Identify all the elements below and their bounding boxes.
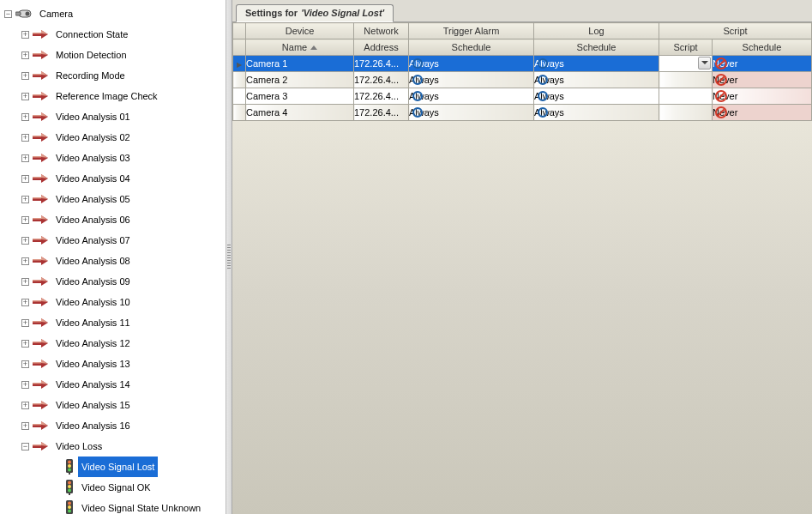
collapse-icon[interactable]: − (4, 10, 12, 18)
svg-point-90 (68, 469, 71, 472)
expand-icon[interactable]: + (21, 93, 29, 100)
cell-name[interactable]: Camera 1 (246, 56, 354, 72)
tree-item[interactable]: +Video Analysis 07 (21, 230, 226, 251)
cell-script-schedule[interactable]: Never (713, 56, 812, 72)
tree-item-signal-unknown[interactable]: Video Signal State Unknown (54, 498, 226, 514)
row-header[interactable] (233, 56, 246, 72)
traffic-light-icon (65, 459, 74, 475)
tree-item[interactable]: +Video Analysis 09 (21, 271, 226, 292)
tree-item[interactable]: +Video Analysis 14 (21, 374, 226, 395)
svg-point-2 (26, 11, 30, 15)
cell-name[interactable]: Camera 4 (246, 105, 354, 121)
expand-icon[interactable]: + (21, 340, 29, 348)
expand-icon[interactable]: + (21, 422, 29, 430)
expand-icon[interactable]: + (21, 216, 29, 224)
table-row[interactable]: Camera 3172.26.4...AlwaysAlwaysNever (233, 88, 812, 105)
col-trigger-schedule[interactable]: Schedule (409, 39, 534, 56)
tree-root-camera[interactable]: − Camera (4, 3, 226, 24)
cell-script[interactable] (659, 105, 713, 121)
tree-item[interactable]: +Video Analysis 16 (21, 415, 226, 436)
cell-trigger-schedule[interactable]: Always (409, 56, 534, 72)
expand-icon[interactable]: + (21, 299, 29, 306)
expand-icon[interactable]: + (21, 72, 29, 80)
row-header[interactable] (233, 105, 246, 121)
tree-item[interactable]: +Video Analysis 12 (21, 333, 226, 354)
row-header[interactable] (233, 88, 246, 105)
row-header[interactable] (233, 72, 246, 88)
tree-item-video-loss[interactable]: −Video Loss (21, 436, 226, 457)
tree-item[interactable]: +Reference Image Check (21, 86, 226, 106)
cell-trigger-schedule[interactable]: Always (409, 88, 534, 105)
cell-trigger-schedule[interactable]: Always (409, 72, 534, 88)
tree-item[interactable]: +Video Analysis 04 (21, 168, 226, 189)
cell-log-schedule[interactable]: Always (534, 88, 659, 105)
tree-item[interactable]: +Connection State (21, 24, 226, 45)
tree-item[interactable]: +Video Analysis 10 (21, 292, 226, 312)
expand-icon[interactable]: + (21, 175, 29, 183)
cell-address[interactable]: 172.26.4... (354, 56, 409, 72)
col-script[interactable]: Script (659, 39, 713, 56)
expand-icon[interactable]: + (21, 134, 29, 142)
tree-item[interactable]: +Recording Mode (21, 65, 226, 86)
col-address[interactable]: Address (354, 39, 409, 56)
header-trigger[interactable]: Trigger Alarm (409, 23, 534, 39)
expand-icon[interactable]: + (21, 237, 29, 245)
cell-log-schedule[interactable]: Always (534, 72, 659, 88)
expand-icon[interactable]: + (21, 51, 29, 59)
expand-icon[interactable]: + (21, 278, 29, 286)
cell-script-schedule[interactable]: Never (713, 72, 812, 88)
tree-item[interactable]: +Video Analysis 02 (21, 127, 226, 148)
expand-icon[interactable]: + (21, 381, 29, 389)
cell-name[interactable]: Camera 3 (246, 88, 354, 105)
header-network[interactable]: Network (354, 23, 409, 39)
always-icon (538, 107, 548, 118)
cell-script-schedule[interactable]: Never (713, 88, 812, 105)
cell-name[interactable]: Camera 2 (246, 72, 354, 88)
tree-item[interactable]: +Video Analysis 05 (21, 189, 226, 209)
tree-item[interactable]: +Video Analysis 03 (21, 148, 226, 168)
cell-log-schedule[interactable]: Always (534, 105, 659, 121)
cell-address[interactable]: 172.26.4... (354, 88, 409, 105)
tree-item[interactable]: +Video Analysis 13 (21, 354, 226, 374)
cell-script[interactable] (659, 88, 713, 105)
col-log-schedule[interactable]: Schedule (534, 39, 659, 56)
col-name[interactable]: Name (246, 39, 354, 56)
tree-item[interactable]: +Motion Detection (21, 45, 226, 65)
expand-icon[interactable]: + (21, 113, 29, 121)
cell-address[interactable]: 172.26.4... (354, 72, 409, 88)
table-row[interactable]: Camera 1172.26.4...AlwaysAlwaysNever (233, 56, 812, 72)
cell-address[interactable]: 172.26.4... (354, 105, 409, 121)
expand-icon[interactable]: + (21, 154, 29, 162)
expand-icon[interactable]: + (21, 360, 29, 368)
svg-rect-91 (69, 473, 70, 475)
expand-icon[interactable]: + (21, 31, 29, 39)
tab-settings[interactable]: Settings for'Video Signal Lost' (236, 4, 394, 22)
svg-rect-21 (33, 115, 41, 117)
table-row[interactable]: Camera 4172.26.4...AlwaysAlwaysNever (233, 105, 812, 121)
cell-trigger-schedule[interactable]: Always (409, 105, 534, 121)
dropdown-button[interactable] (698, 57, 711, 70)
table-row[interactable]: Camera 2172.26.4...AlwaysAlwaysNever (233, 72, 812, 88)
tree-item[interactable]: +Video Analysis 08 (21, 251, 226, 271)
splitter[interactable] (226, 0, 232, 514)
expand-icon[interactable]: + (21, 196, 29, 203)
tree-item-signal-lost[interactable]: Video Signal Lost (54, 457, 226, 477)
expand-icon[interactable]: + (21, 402, 29, 409)
cell-script[interactable] (659, 56, 713, 72)
collapse-icon[interactable]: − (21, 443, 29, 451)
expand-icon[interactable]: + (21, 319, 29, 327)
arrow-icon (33, 30, 48, 39)
tree-item[interactable]: +Video Analysis 06 (21, 209, 226, 230)
col-script-schedule[interactable]: Schedule (713, 39, 812, 56)
cell-script-schedule[interactable]: Never (713, 105, 812, 121)
header-device[interactable]: Device (246, 23, 354, 39)
expand-icon[interactable]: + (21, 257, 29, 265)
tree-item-signal-ok[interactable]: Video Signal OK (54, 477, 226, 498)
header-script-group[interactable]: Script (659, 23, 812, 39)
cell-script[interactable] (659, 72, 713, 88)
tree-item[interactable]: +Video Analysis 15 (21, 395, 226, 415)
tree-item[interactable]: +Video Analysis 01 (21, 106, 226, 127)
tree-item[interactable]: +Video Analysis 11 (21, 312, 226, 333)
header-log[interactable]: Log (534, 23, 659, 39)
cell-log-schedule[interactable]: Always (534, 56, 659, 72)
